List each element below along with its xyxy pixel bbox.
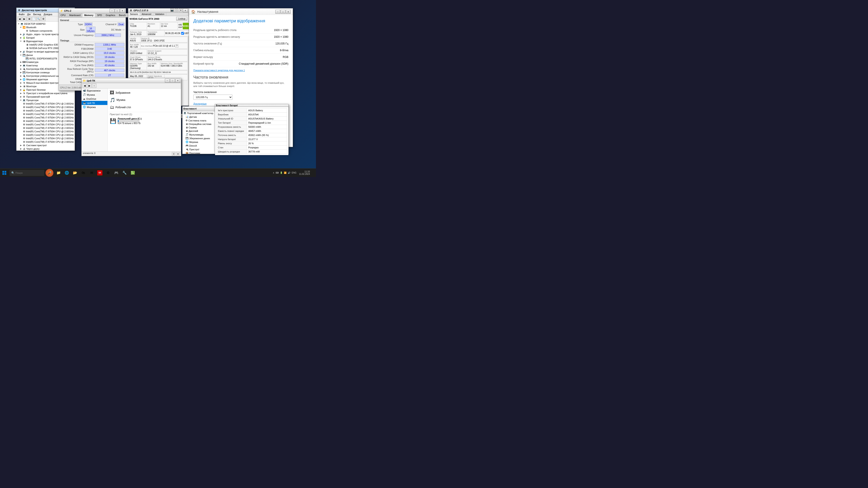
tree-item[interactable]: 🎮DirectX [183, 144, 217, 148]
taskbar-app-mail[interactable]: ✉ [88, 168, 95, 177]
taskbar-app-cpuz-64[interactable]: 64 [96, 168, 104, 177]
settings-titlebar[interactable]: 🏠 Налаштування ─ □ ✕ [189, 8, 293, 15]
cpuz-tab-memory[interactable]: Memory [83, 13, 95, 18]
cpuz-close[interactable]: ✕ [120, 9, 125, 13]
fm-titlebar[interactable]: 📁 Цей ПК ─ □ ✕ [82, 78, 181, 83]
toolbar-btn-2[interactable]: ▶ [22, 17, 27, 21]
taskbar-app-settings[interactable]: ⚙ [104, 168, 112, 177]
tray-clock[interactable]: 11:33 11.02.2024 [299, 170, 310, 175]
settings-minimize[interactable]: ─ [275, 10, 280, 14]
cpuz-maximize[interactable]: □ [115, 9, 120, 13]
cpuz-tab-bench[interactable]: Bench [117, 13, 128, 18]
tree-panel-titlebar[interactable]: Властивості [183, 106, 217, 111]
menu-action[interactable]: Дія [26, 12, 32, 16]
dm-tree-item[interactable]: ⚙Intel(R) Core(TM) i7-9750H CPU @ 2.60GH… [17, 133, 75, 137]
start-button[interactable] [0, 168, 9, 177]
toolbar-btn-5[interactable]: 🔍 [36, 17, 41, 21]
menu-file[interactable]: Файл [18, 12, 26, 16]
tree-item[interactable]: ⚙Системна плата [183, 119, 217, 122]
settings-adapter-link[interactable]: Показати властивості адаптера для диспле… [193, 69, 245, 72]
dm-tree-item[interactable]: ⚙Intel(R) Core(TM) i7-9750H CPU @ 2.60GH… [17, 109, 75, 112]
fm-maximize[interactable]: □ [170, 79, 175, 83]
settings-close[interactable]: ✕ [286, 10, 290, 14]
fm-sidebar-item-Мережа[interactable]: 🌐Мережа [82, 105, 107, 109]
dm-tree-item[interactable]: ⚙Intel(R) Core(TM) i7-9750H CPU @ 2.60GH… [17, 140, 75, 143]
dm-tree-item[interactable]: ▼💻Процесори [17, 98, 75, 102]
dm-tree-item[interactable]: ⚙Intel(R) Core(TM) i7-9750H CPU @ 2.60GH… [17, 137, 75, 140]
fm-back-btn[interactable]: ◀ [83, 84, 87, 88]
gpuz-cam-btn[interactable]: 📷 [170, 8, 174, 12]
cpuz-titlebar[interactable]: ⚡ CPU-Z ─ □ ✕ [59, 8, 126, 13]
toolbar-btn-1[interactable]: ◀ [18, 17, 22, 21]
gpuz-close-x[interactable]: ✕ [183, 8, 188, 12]
tree-item[interactable]: 💾Збереження даних [183, 136, 217, 140]
fm-minimize[interactable]: ─ [165, 79, 170, 83]
show-desktop-btn[interactable] [311, 168, 314, 177]
cpuz-tab-graphics[interactable]: Graphics [104, 13, 117, 18]
settings-more-link[interactable]: Докладніше [193, 102, 207, 105]
cortana-button[interactable]: 🎤 [45, 169, 53, 177]
dm-tree-item[interactable]: ⚙Intel(R) Core(TM) i7-9750H CPU @ 2.60GH… [17, 123, 75, 126]
fm-sidebar-item-Музика[interactable]: 🎵Музика [82, 93, 107, 97]
taskbar-app-app9[interactable]: 💹 [129, 168, 137, 177]
dm-tree-item[interactable]: ▶🖱Пристрої з інтерфейсом користувача [17, 92, 75, 95]
fm-sidebar-item-Цей ПК[interactable]: 💻Цей ПК [82, 101, 107, 105]
battery-props-titlebar[interactable]: Властивості батареї [215, 104, 288, 107]
fm-list-view[interactable]: ☰ [172, 152, 175, 156]
gpuz-lookup-btn[interactable]: Lookup [176, 17, 187, 21]
taskbar-app-app8[interactable]: 🔧 [121, 168, 128, 177]
fm-close[interactable]: ✕ [175, 79, 180, 83]
gpuz-tab-sensors[interactable]: Sensors [128, 12, 140, 16]
gpuz-tab-validation[interactable]: Validation [153, 12, 166, 16]
tree-item[interactable]: 📦Програми [183, 151, 217, 154]
gpuz-tab-advanced[interactable]: Advanced [140, 12, 153, 16]
toolbar-btn-6[interactable]: ⚙ [41, 17, 45, 21]
taskbar-app-edge[interactable]: 🌐 [63, 168, 71, 177]
fm-folder-Робочий стіл[interactable]: 🗂Робочий стіл [108, 104, 180, 110]
tree-item[interactable]: 🌐Мережа [183, 140, 217, 144]
gpuz-titlebar[interactable]: 🖥 GPU-Z 2.57.0 📷 □ ≡ ✕ [128, 8, 189, 12]
cpuz-tab-cpu[interactable]: CPU [59, 13, 67, 18]
gpuz-info-btn[interactable]: □ [175, 8, 178, 12]
dm-tree-item[interactable]: ▶🖨Черги друку [17, 147, 75, 151]
fm-grid-view[interactable]: ⊞ [176, 152, 180, 156]
taskbar-app-store[interactable]: 🛍 [80, 168, 87, 177]
dm-tree-item[interactable]: ⚙Intel(R) Core(TM) i7-9750H CPU @ 2.60GH… [17, 130, 75, 133]
settings-refresh-select[interactable]: 120,035 Гц [193, 95, 232, 100]
dm-tree-item[interactable]: ▶⚙Програмний пристрій [17, 95, 75, 98]
taskbar-search-box[interactable]: 🔍 [9, 170, 44, 176]
dm-tree-item[interactable]: ⚙Intel(R) Core(TM) i7-9750H CPU @ 2.60GH… [17, 126, 75, 130]
fm-forward-btn[interactable]: ▶ [87, 84, 92, 88]
menu-help[interactable]: Довідка [42, 12, 54, 16]
fm-folder-Зображення[interactable]: 🖼Зображення [108, 89, 180, 96]
taskbar-app-file-manager[interactable]: 📂 [71, 168, 79, 177]
toolbar-btn-4[interactable]: 📄 [32, 17, 36, 21]
fm-sidebar-item-Відеозаписи[interactable]: 📹Відеозаписи [82, 89, 107, 93]
taskbar-app-file-explorer[interactable]: 📁 [55, 168, 62, 177]
fm-up-btn[interactable]: ↑ [92, 84, 96, 88]
tree-item[interactable]: 🎵Мультимедіа [183, 133, 217, 136]
gpuz-menu-btn[interactable]: ≡ [179, 8, 183, 12]
tree-item[interactable]: 🔌Пристрої [183, 148, 217, 151]
dm-tree-item[interactable]: ⚙Intel(R) Core(TM) i7-9750H CPU @ 2.60GH… [17, 105, 75, 109]
dm-tree-item[interactable]: ▶⚙Системні пристрої [17, 143, 75, 147]
settings-maximize[interactable]: □ [281, 10, 285, 14]
cpuz-minimize[interactable]: ─ [110, 9, 114, 13]
fm-sidebar-item-OneDrive[interactable]: ☁OneDrive [82, 97, 107, 101]
tree-item[interactable]: 🖥Дисплей [183, 129, 217, 133]
tree-item[interactable]: 📊Датчик [183, 115, 217, 119]
tree-item[interactable]: 🖥Операційна система [183, 122, 217, 126]
tree-item[interactable]: 💻Портативний комп'ютер [183, 111, 217, 115]
dm-tree-item[interactable]: ⚙Intel(R) Core(TM) i7-9750H CPU @ 2.60GH… [17, 112, 75, 116]
dm-tree-item[interactable]: ⚙Intel(R) Core(TM) i7-9750H CPU @ 2.60GH… [17, 102, 75, 105]
taskbar-app-app7[interactable]: 🎮 [113, 168, 120, 177]
cpuz-tab-spd[interactable]: SPD [95, 13, 104, 18]
cpuz-tab-mainboard[interactable]: Mainboard [67, 13, 83, 18]
toolbar-btn-3[interactable]: 🖥 [27, 17, 31, 21]
tree-item[interactable]: 🖥Сервер [183, 126, 217, 129]
fm-drive-Локальний диск (С:)[interactable]: 💾Локальний диск (С:)914 ГБ вільно з 953 … [108, 117, 180, 125]
dm-tree-item[interactable]: ⚙Intel(R) Core(TM) i7-9750H CPU @ 2.60GH… [17, 119, 75, 123]
menu-view[interactable]: Вигляд [32, 12, 42, 16]
fm-folder-Музика[interactable]: 🎵Музика [108, 97, 180, 103]
search-input[interactable] [16, 171, 42, 174]
